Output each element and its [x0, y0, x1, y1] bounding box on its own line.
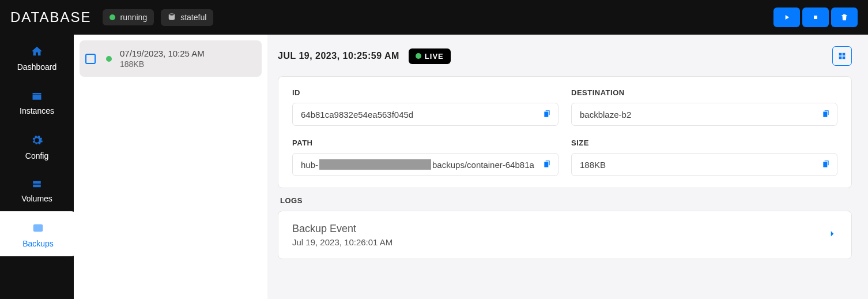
copy-icon: [543, 160, 551, 168]
sidebar-item-instances[interactable]: Instances: [0, 80, 74, 124]
sidebar-item-label: Backups: [22, 239, 54, 248]
drive-icon: [30, 179, 44, 189]
trash-icon: [840, 13, 848, 21]
destination-value: backblaze-b2: [571, 103, 837, 126]
header: DATABASE running stateful: [0, 0, 868, 35]
sidebar: Dashboard Instances Config Volumes Backu…: [0, 35, 74, 299]
copy-id-button[interactable]: [543, 110, 551, 119]
status-dot-icon: [110, 14, 115, 20]
database-icon: [168, 13, 176, 23]
checkbox[interactable]: [85, 54, 96, 64]
sidebar-item-dashboard[interactable]: Dashboard: [0, 35, 74, 80]
log-title: Backup Event: [292, 223, 393, 235]
copy-icon: [822, 110, 830, 118]
status-label: running: [120, 13, 147, 22]
copy-size-button[interactable]: [822, 160, 830, 170]
copy-icon: [543, 110, 551, 118]
size-label: SIZE: [571, 139, 837, 147]
log-time: Jul 19, 2023, 10:26:01 AM: [292, 237, 393, 247]
live-badge: LIVE: [409, 48, 451, 64]
restore-button[interactable]: [832, 46, 852, 66]
redacted-segment: [319, 159, 431, 170]
mode-chip: stateful: [161, 9, 213, 26]
stop-icon: [812, 14, 819, 21]
delete-button[interactable]: [831, 8, 858, 27]
restore-icon: [837, 51, 847, 61]
path-label: PATH: [292, 139, 558, 147]
destination-label: DESTINATION: [571, 88, 837, 97]
copy-destination-button[interactable]: [822, 110, 830, 119]
sidebar-item-label: Instances: [20, 106, 54, 115]
sidebar-item-label: Dashboard: [17, 62, 57, 72]
sidebar-item-label: Volumes: [21, 194, 52, 203]
backup-date: 07/19/2023, 10:25 AM: [120, 48, 205, 58]
page-title: DATABASE: [10, 9, 91, 25]
logs-heading: LOGS: [280, 196, 852, 205]
copy-icon: [822, 160, 830, 168]
path-value: hub-backups/container-64b81a: [292, 153, 558, 176]
log-entry[interactable]: Backup Event Jul 19, 2023, 10:26:01 AM: [278, 211, 852, 259]
details-card: ID 64b81ca9832e54ea563f045d DESTINATION …: [278, 76, 852, 188]
sidebar-item-config[interactable]: Config: [0, 124, 74, 169]
backup-list: 07/19/2023, 10:25 AM 188KB: [74, 35, 267, 299]
stop-button[interactable]: [802, 8, 829, 27]
chevron-right-icon: [827, 229, 837, 241]
svg-rect-1: [33, 225, 43, 232]
mode-label: stateful: [180, 13, 206, 22]
id-label: ID: [292, 88, 558, 97]
status-chip: running: [103, 9, 154, 25]
detail-timestamp: JUL 19, 2023, 10:25:59 AM: [278, 51, 399, 61]
home-icon: [29, 45, 44, 58]
play-icon: [783, 13, 791, 21]
svg-rect-0: [814, 16, 817, 19]
sidebar-item-volumes[interactable]: Volumes: [0, 169, 74, 211]
live-dot-icon: [416, 53, 421, 59]
action-buttons: [773, 8, 858, 27]
sidebar-item-backups[interactable]: Backups: [0, 211, 76, 256]
detail-panel: JUL 19, 2023, 10:25:59 AM LIVE ID 64b81c…: [267, 35, 868, 299]
backup-size: 188KB: [120, 59, 205, 69]
sidebar-item-label: Config: [25, 151, 48, 160]
id-value: 64b81ca9832e54ea563f045d: [292, 103, 558, 126]
status-dot-icon: [106, 56, 112, 62]
box-icon: [30, 90, 44, 102]
size-value: 188KB: [571, 153, 837, 176]
play-button[interactable]: [773, 8, 800, 27]
backup-icon: [31, 222, 46, 234]
copy-path-button[interactable]: [543, 160, 551, 170]
live-label: LIVE: [425, 52, 444, 61]
gear-icon: [31, 134, 43, 147]
backup-list-item[interactable]: 07/19/2023, 10:25 AM 188KB: [80, 40, 262, 77]
